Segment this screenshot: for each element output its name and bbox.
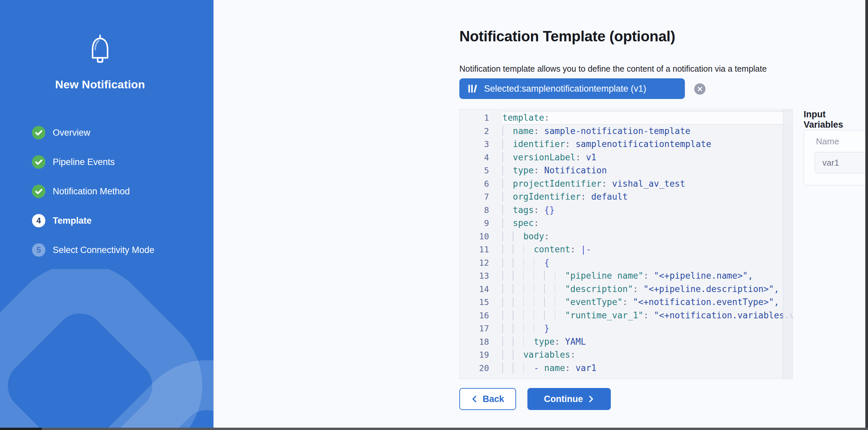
check-circle-icon xyxy=(32,185,45,198)
code-text: { xyxy=(502,256,793,270)
editor-scrollbar[interactable] xyxy=(783,109,793,379)
code-text: } xyxy=(502,322,793,335)
code-text: type: Notification xyxy=(502,164,793,177)
code-line[interactable]: 3 identifier: samplenotificationtemplate xyxy=(460,138,793,151)
code-line[interactable]: 10 body: xyxy=(460,230,793,243)
line-number: 20 xyxy=(460,362,489,375)
template-library-icon xyxy=(467,83,479,95)
sidebar-item-label: Template xyxy=(53,216,92,226)
code-text: versionLabel: v1 xyxy=(502,151,793,164)
code-text: body: xyxy=(502,230,793,243)
code-text: "pipeline name": "<+pipeline.name>", xyxy=(502,269,793,283)
code-line[interactable]: 16 "runtime_var_1": "<+notification.vari… xyxy=(460,309,793,322)
line-number: 19 xyxy=(460,348,489,362)
back-button-label: Back xyxy=(483,394,504,404)
line-number: 10 xyxy=(460,230,489,243)
line-number: 15 xyxy=(460,296,489,309)
chevron-left-icon xyxy=(471,395,477,403)
check-circle-icon xyxy=(32,155,45,169)
line-number: 12 xyxy=(460,256,489,270)
back-button[interactable]: Back xyxy=(459,388,516,410)
code-text: "description": "<+pipeline.description>"… xyxy=(502,283,793,296)
code-text: tags: {} xyxy=(502,204,793,217)
dialog-main-panel: Notification Template (optional) Notific… xyxy=(214,0,865,428)
sidebar-item-overview[interactable]: Overview xyxy=(32,125,154,140)
line-number: 18 xyxy=(460,335,489,349)
sidebar-item-select-connectivity-mode[interactable]: 5Select Connectivity Mode xyxy=(32,243,154,257)
code-line[interactable]: 11 content: |- xyxy=(460,243,793,256)
code-text: "eventType": "<+notification.eventType>"… xyxy=(502,296,793,309)
continue-button[interactable]: Continue xyxy=(527,388,611,410)
code-line[interactable]: 7 orgIdentifier: default xyxy=(460,190,793,204)
bell-icon xyxy=(0,33,200,66)
code-line[interactable]: 12 { xyxy=(460,256,793,270)
input-variables-heading: Input Variables xyxy=(804,109,865,130)
wizard-steps: OverviewPipeline EventsNotification Meth… xyxy=(32,125,154,272)
selected-template-label: Selected:samplenotificationtemplate (v1) xyxy=(484,84,646,94)
window-edge-bottom xyxy=(0,428,868,430)
code-text: variables: xyxy=(502,348,793,362)
line-number: 17 xyxy=(460,322,489,335)
check-circle-icon xyxy=(32,126,45,139)
code-line[interactable]: 17 } xyxy=(460,322,793,335)
sidebar-item-pipeline-events[interactable]: Pipeline Events xyxy=(32,155,154,169)
line-number: 2 xyxy=(460,125,489,138)
line-number: 1 xyxy=(460,111,489,125)
code-line[interactable]: 8 tags: {} xyxy=(460,204,793,217)
line-number: 3 xyxy=(460,138,489,151)
page-title: Notification Template (optional) xyxy=(459,28,675,45)
wizard-title: New Notification xyxy=(0,78,200,91)
line-number: 5 xyxy=(460,164,489,177)
code-text: projectIdentifier: vishal_av_test xyxy=(502,177,793,191)
input-variables-card: Name Value xyxy=(804,130,868,185)
code-line[interactable]: 4 versionLabel: v1 xyxy=(460,151,793,164)
line-number: 7 xyxy=(460,190,489,204)
step-number-badge: 4 xyxy=(32,214,45,227)
code-line[interactable]: 5 type: Notification xyxy=(460,164,793,177)
code-text: type: YAML xyxy=(502,335,793,349)
code-text: content: |- xyxy=(502,243,793,256)
line-number: 6 xyxy=(460,177,489,191)
new-notification-dialog: New Notification OverviewPipeline Events… xyxy=(0,0,868,430)
continue-button-label: Continue xyxy=(544,394,583,404)
code-line[interactable]: 14 "description": "<+pipeline.descriptio… xyxy=(460,283,793,296)
name-column-header: Name xyxy=(816,136,839,147)
code-text: "runtime_var_1": "<+notification.variabl… xyxy=(502,309,793,322)
variable-name-field[interactable] xyxy=(815,152,868,173)
chevron-right-icon xyxy=(588,395,594,403)
sidebar-item-template[interactable]: 4Template xyxy=(32,213,154,228)
sidebar-item-label: Overview xyxy=(53,128,90,138)
line-number: 13 xyxy=(460,269,489,283)
sidebar-item-label: Pipeline Events xyxy=(53,157,115,167)
code-text: template: xyxy=(502,111,793,125)
code-text: identifier: samplenotificationtemplate xyxy=(502,138,793,151)
code-line[interactable]: 2 name: sample-notification-template xyxy=(460,125,793,138)
line-number: 9 xyxy=(460,217,489,230)
yaml-editor[interactable]: 1template:2 name: sample-notification-te… xyxy=(459,109,793,379)
window-edge-bottom-dark xyxy=(0,428,42,430)
code-line[interactable]: 15 "eventType": "<+notification.eventTyp… xyxy=(460,296,793,309)
wizard-sidebar: New Notification OverviewPipeline Events… xyxy=(0,0,214,430)
page-description: Notification template allows you to defi… xyxy=(459,64,767,74)
code-line[interactable]: 1template: xyxy=(460,111,793,125)
window-edge-right xyxy=(865,0,868,430)
sidebar-item-label: Notification Method xyxy=(53,186,130,197)
line-number: 8 xyxy=(460,204,489,217)
selected-template-chip[interactable]: Selected:samplenotificationtemplate (v1) xyxy=(459,78,685,99)
code-line[interactable]: 6 projectIdentifier: vishal_av_test xyxy=(460,177,793,191)
line-number: 16 xyxy=(460,309,489,322)
sidebar-item-label: Select Connectivity Mode xyxy=(53,245,154,255)
line-number: 14 xyxy=(460,283,489,296)
remove-template-icon[interactable] xyxy=(694,83,706,95)
sidebar-item-notification-method[interactable]: Notification Method xyxy=(32,184,154,199)
code-line[interactable]: 19 variables: xyxy=(460,348,793,362)
code-line[interactable]: 9 spec: xyxy=(460,217,793,230)
line-number: 4 xyxy=(460,151,489,164)
harness-logo-watermark xyxy=(0,269,214,430)
line-number: 11 xyxy=(460,243,489,256)
code-text: spec: xyxy=(502,217,793,230)
code-line[interactable]: 13 "pipeline name": "<+pipeline.name>", xyxy=(460,269,793,283)
code-line[interactable]: 20 - name: var1 xyxy=(460,362,793,375)
code-line[interactable]: 18 type: YAML xyxy=(460,335,793,349)
code-text: orgIdentifier: default xyxy=(502,190,793,204)
